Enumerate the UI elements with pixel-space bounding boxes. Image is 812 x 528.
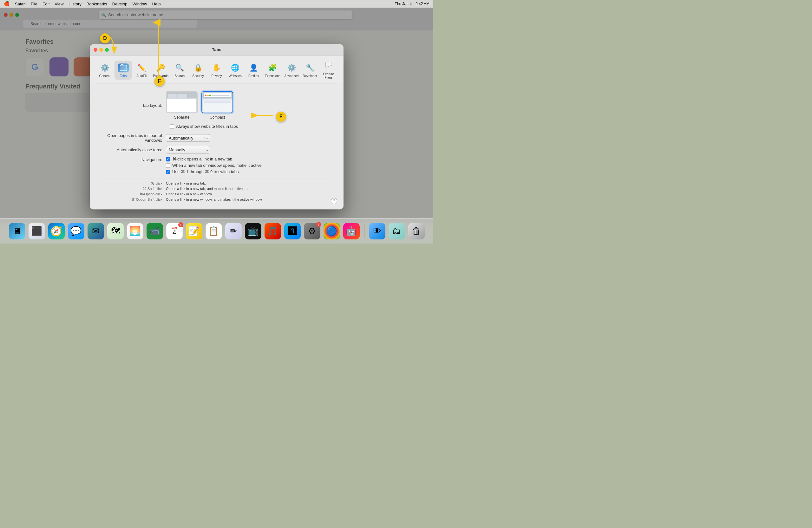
tab-layout-row: Tab layout: Separate <box>102 91 331 120</box>
dock-item-safari[interactable]: 🧭 <box>48 223 65 239</box>
dock-item-music[interactable]: 🎵 <box>264 223 281 239</box>
dock-item-tv[interactable]: 📺 <box>245 223 261 239</box>
auto-close-label: Automatically close tabs: <box>102 147 166 152</box>
featureflags-label: Feature Flags <box>321 72 336 79</box>
pref-item-autofill[interactable]: ✏️ AutoFill <box>133 61 150 79</box>
menu-file[interactable]: File <box>31 2 38 6</box>
dock-item-notes[interactable]: 📝 <box>186 223 202 239</box>
open-pages-row: Open pages in tabs instead of windows: A… <box>102 133 331 143</box>
layout-separate-option[interactable]: Separate <box>166 91 198 120</box>
dock-item-facetime[interactable]: 📹 <box>147 223 163 239</box>
pref-item-featureflags[interactable]: 🏳️ Feature Flags <box>320 59 337 81</box>
compact-dot-yellow <box>207 94 209 96</box>
menu-bookmarks[interactable]: Bookmarks <box>87 2 107 6</box>
compact-tab-line <box>212 95 230 96</box>
menu-window[interactable]: Window <box>132 2 147 6</box>
tab-layout-label: Tab layout: <box>102 103 166 108</box>
help-button[interactable]: ? <box>331 198 337 204</box>
layout-separate-label: Separate <box>174 115 190 120</box>
dock: 🖥 ⬛ 🧭 💬 ✉ 🗺 🌅 📹 JAN 4 4 📝 📋 ✏ 📺 🎵 🅰 ⚙ 2 … <box>0 218 433 244</box>
tabs-icon <box>118 62 129 73</box>
sep-tab-1 <box>168 93 177 98</box>
websites-icon: 🌐 <box>230 62 241 73</box>
dock-item-chrome[interactable]: 🔵 <box>323 223 340 239</box>
pref-item-general[interactable]: ⚙️ General <box>96 61 113 79</box>
navigation-section: Navigation: ⌘-click opens a link in a ne… <box>102 157 331 174</box>
auto-close-select-wrapper: Manually After one day After one week Af… <box>166 146 210 153</box>
dock-item-calendar[interactable]: JAN 4 4 <box>166 223 183 239</box>
menu-history[interactable]: History <box>69 2 81 6</box>
auto-close-row: Automatically close tabs: Manually After… <box>102 146 331 153</box>
layout-compact-option[interactable]: Compact <box>201 91 233 120</box>
dock-item-messages[interactable]: 💬 <box>68 223 84 239</box>
dialog-close[interactable] <box>93 48 97 52</box>
info-row-2: ⌘-Shift-click: Opens a link in a new tab… <box>102 187 331 191</box>
calendar-badge: 4 <box>178 222 183 228</box>
dock-item-mail[interactable]: ✉ <box>88 223 104 239</box>
menu-view[interactable]: View <box>55 2 63 6</box>
dock-item-launchpad[interactable]: ⬛ <box>29 223 45 239</box>
prefs-toolbar: ⚙️ General Tabs ✏️ AutoFill 🔑 Passwords <box>90 56 344 83</box>
nav-option-3: Use ⌘-1 through ⌘-9 to switch tabs <box>166 169 262 174</box>
menu-datetime: Thu Jan 4 <box>395 2 412 6</box>
dock-item-finder[interactable]: 🖥 <box>9 223 25 239</box>
pref-item-tabs[interactable]: Tabs <box>115 61 132 79</box>
privacy-label: Privacy <box>212 74 222 78</box>
nav-label-3: Use ⌘-1 through ⌘-9 to switch tabs <box>172 169 239 174</box>
pref-item-websites[interactable]: 🌐 Websites <box>227 61 244 79</box>
pref-item-extensions[interactable]: 🧩 Extensions <box>264 61 282 79</box>
dock-item-photos[interactable]: 🌅 <box>127 223 143 239</box>
profiles-label: Profiles <box>248 74 259 78</box>
sysprefs-badge: 2 <box>316 222 321 227</box>
dock-item-reminders[interactable]: 📋 <box>205 223 222 239</box>
pref-item-security[interactable]: 🔒 Security <box>189 61 206 79</box>
info-section: ⌘-click: Opens a link in a new tab. ⌘-Sh… <box>102 178 331 202</box>
security-icon: 🔒 <box>193 62 204 73</box>
pref-item-developer[interactable]: 🔧 Developer <box>301 61 318 79</box>
info-key-4: ⌘-Option-Shift-click: <box>102 197 166 202</box>
privacy-icon: ✋ <box>211 62 222 73</box>
info-key-2: ⌘-Shift-click: <box>102 187 166 191</box>
menu-develop[interactable]: Develop <box>112 2 128 6</box>
dock-item-preview[interactable]: 👁 <box>369 223 386 239</box>
navigation-options: ⌘-click opens a link in a new tab When a… <box>166 157 262 174</box>
prefs-content: Tab layout: Separate <box>90 84 344 209</box>
layout-compact-thumb <box>201 91 233 113</box>
menubar-right: Thu Jan 4 9:42 AM <box>395 2 430 6</box>
search-icon-pref: 🔍 <box>174 62 185 73</box>
dock-item-trash[interactable]: 🗑 <box>408 223 425 239</box>
dock-item-sysprefs[interactable]: ⚙ 2 <box>304 223 320 239</box>
extensions-icon: 🧩 <box>267 62 278 73</box>
dock-item-freeform[interactable]: ✏ <box>225 223 242 239</box>
pref-item-profiles[interactable]: 👤 Profiles <box>245 61 262 79</box>
compact-dot-red <box>205 94 206 96</box>
nav-checkbox-2[interactable] <box>166 163 170 168</box>
dock-item-maps[interactable]: 🗺 <box>107 223 124 239</box>
dock-item-appstore[interactable]: 🅰 <box>284 223 301 239</box>
dock-item-automator[interactable]: 🤖 <box>343 223 360 239</box>
menu-safari[interactable]: Safari <box>15 2 26 6</box>
nav-checkbox-3[interactable] <box>166 170 170 174</box>
pref-item-search[interactable]: 🔍 Search <box>171 61 188 79</box>
autofill-icon: ✏️ <box>136 62 147 73</box>
info-key-3: ⌘-Option-click: <box>102 192 166 196</box>
auto-close-select[interactable]: Manually After one day After one week Af… <box>166 146 210 153</box>
info-key-1: ⌘-click: <box>102 181 166 186</box>
menu-help[interactable]: Help <box>152 2 161 6</box>
dialog-minimize[interactable] <box>99 48 103 52</box>
dock-item-files[interactable]: 🗂 <box>389 223 405 239</box>
nav-checkbox-1[interactable] <box>166 157 170 161</box>
open-pages-select[interactable]: Automatically Always Never <box>166 134 210 142</box>
pref-item-advanced[interactable]: ⚙️ Advanced <box>283 61 300 79</box>
always-show-titles-checkbox[interactable] <box>170 124 174 129</box>
advanced-icon: ⚙️ <box>286 62 297 73</box>
apple-menu[interactable]: 🍎 <box>4 1 10 7</box>
developer-label: Developer <box>303 74 318 78</box>
dialog-maximize[interactable] <box>105 48 109 52</box>
autofill-label: AutoFill <box>136 74 147 78</box>
pref-item-privacy[interactable]: ✋ Privacy <box>208 61 225 79</box>
menu-edit[interactable]: Edit <box>43 2 49 6</box>
open-pages-label: Open pages in tabs instead of windows: <box>102 133 166 143</box>
pref-item-passwords[interactable]: 🔑 Passwords <box>151 61 170 79</box>
dock-separator <box>364 225 364 237</box>
